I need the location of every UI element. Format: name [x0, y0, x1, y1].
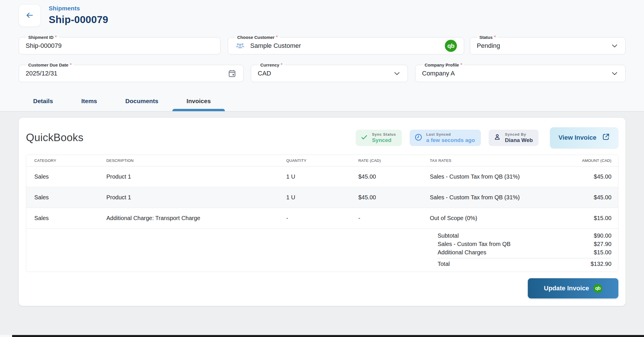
calendar-icon[interactable]	[228, 69, 236, 78]
required-asterisk: *	[281, 63, 283, 67]
cell-quantity: 1 U	[286, 194, 358, 201]
additional-charges-value: $15.00	[594, 249, 611, 256]
customer-due-date-field[interactable]: Customer Due Date* 2025/12/31	[19, 65, 244, 82]
tab-items[interactable]: Items	[67, 93, 111, 111]
panel-actions: Update Invoice qb	[26, 278, 618, 298]
cell-tax-rates: Out of Scope (0%)	[430, 215, 560, 221]
quickbooks-panel: QuickBooks Sync StatusSynced Last Synced…	[19, 118, 626, 306]
invoice-table: CATEGORY DESCRIPTION QUANTITY RATE (CAD)…	[26, 155, 618, 272]
update-invoice-label: Update Invoice	[544, 285, 589, 292]
customer-due-date-label: Customer Due Date*	[26, 62, 74, 68]
grand-total-label: Total	[438, 261, 450, 267]
col-header-category: CATEGORY	[26, 158, 106, 163]
person-icon	[493, 133, 501, 142]
shipment-id-value: Ship-000079	[19, 42, 220, 50]
synced-by-badge: Synced ByDiana Web	[489, 130, 539, 146]
required-asterisk: *	[70, 63, 71, 67]
cell-description: Product 1	[106, 173, 286, 180]
invoices-tab-content: QuickBooks Sync StatusSynced Last Synced…	[0, 111, 644, 335]
grand-total-value: $132.90	[591, 261, 611, 267]
cell-rate: $45.00	[358, 173, 430, 180]
customer-due-date-value: 2025/12/31	[19, 70, 228, 77]
cell-quantity: 1 U	[286, 173, 358, 180]
currency-select[interactable]: Currency* CAD	[251, 65, 408, 82]
additional-charges-label: Additional Charges	[438, 249, 486, 256]
synced-by-label: Synced By	[505, 132, 533, 137]
choose-customer-field[interactable]: Choose Customer* Sample Customer qb	[228, 37, 464, 54]
tab-documents[interactable]: Documents	[111, 93, 172, 111]
status-select[interactable]: Status* Pending	[470, 37, 626, 54]
cell-category: Sales	[26, 173, 106, 180]
shipment-id-label: Shipment ID*	[26, 35, 59, 40]
cell-amount: $45.00	[560, 173, 618, 180]
additional-charges-row: Additional Charges $15.00	[438, 248, 611, 257]
synced-by-value: Diana Web	[505, 137, 533, 143]
title-block: Shipments Ship-000079	[49, 4, 108, 25]
cell-description: Product 1	[106, 194, 286, 201]
grand-total-row: Total $132.90	[438, 258, 611, 268]
subtotal-label: Subtotal	[438, 232, 459, 239]
quickbooks-icon: qb	[445, 40, 457, 52]
required-asterisk: *	[494, 35, 496, 40]
panel-header-right: Sync StatusSynced Last Synceda few secon…	[348, 127, 618, 148]
company-profile-label: Company Profile*	[422, 62, 464, 68]
back-arrow-icon	[25, 11, 34, 20]
check-icon	[360, 133, 368, 142]
required-asterisk: *	[55, 35, 57, 40]
company-profile-select[interactable]: Company Profile* Company A	[415, 65, 626, 82]
last-synced-badge: Last Synceda few seconds ago	[410, 130, 481, 146]
col-header-rate: RATE (CAD)	[358, 158, 430, 163]
sync-status-badge: Sync StatusSynced	[356, 130, 402, 146]
tab-bar: Details Items Documents Invoices	[19, 93, 644, 111]
status-label: Status*	[477, 35, 498, 40]
col-header-tax-rates: TAX RATES	[430, 158, 560, 163]
tax-total-value: $27.90	[594, 241, 611, 247]
company-profile-value: Company A	[415, 70, 611, 77]
chevron-down-icon	[611, 42, 618, 50]
totals-section: Subtotal $90.00 Sales - Custom Tax from …	[26, 229, 618, 272]
col-header-amount: AMOUNT (CAD)	[560, 158, 618, 163]
page-title: Ship-000079	[49, 14, 108, 25]
page-header: Shipments Ship-000079	[0, 0, 644, 27]
cell-rate: $45.00	[358, 194, 430, 201]
back-button[interactable]	[19, 4, 41, 27]
subtotal-value: $90.00	[594, 232, 611, 239]
cell-amount: $15.00	[560, 215, 618, 221]
panel-header: QuickBooks Sync StatusSynced Last Synced…	[26, 127, 618, 148]
col-header-quantity: QUANTITY	[286, 158, 358, 163]
tab-details[interactable]: Details	[19, 93, 67, 111]
currency-value: CAD	[251, 70, 393, 77]
breadcrumb[interactable]: Shipments	[49, 5, 108, 12]
cell-description: Additional Charge: Transport Charge	[106, 215, 286, 221]
cell-amount: $45.00	[560, 194, 618, 201]
cell-tax-rates: Sales - Custom Tax from QB (31%)	[430, 173, 560, 180]
chevron-down-icon	[611, 70, 618, 77]
last-synced-label: Last Synced	[426, 132, 475, 137]
cell-tax-rates: Sales - Custom Tax from QB (31%)	[430, 194, 560, 201]
view-invoice-button[interactable]: View Invoice	[550, 127, 618, 148]
sync-status-label: Sync Status	[372, 132, 396, 137]
form-row-1: Shipment ID* Ship-000079 Choose Customer…	[0, 37, 644, 54]
shipment-id-field[interactable]: Shipment ID* Ship-000079	[19, 37, 221, 54]
table-row: Sales Product 1 1 U $45.00 Sales - Custo…	[26, 166, 618, 187]
bottom-bar	[12, 335, 644, 337]
active-tab-indicator	[172, 109, 225, 111]
update-invoice-button[interactable]: Update Invoice qb	[528, 278, 618, 298]
sync-status-value: Synced	[372, 137, 396, 143]
tab-invoices[interactable]: Invoices	[172, 93, 225, 111]
panel-title: QuickBooks	[26, 132, 83, 144]
table-header-row: CATEGORY DESCRIPTION QUANTITY RATE (CAD)…	[26, 155, 618, 166]
quickbooks-icon: qb	[593, 284, 602, 293]
external-link-icon	[602, 133, 610, 143]
clock-icon	[414, 133, 423, 143]
view-invoice-label: View Invoice	[558, 134, 596, 141]
tax-total-row: Sales - Custom Tax from QB $27.90	[438, 240, 611, 248]
col-header-description: DESCRIPTION	[106, 158, 286, 163]
required-asterisk: *	[276, 35, 278, 40]
page: Shipments Ship-000079 Shipment ID* Ship-…	[0, 0, 644, 337]
status-value: Pending	[470, 42, 611, 50]
cell-category: Sales	[26, 194, 106, 201]
cell-rate: -	[358, 215, 430, 221]
choose-customer-label: Choose Customer*	[235, 35, 280, 40]
tax-total-label: Sales - Custom Tax from QB	[438, 241, 511, 247]
